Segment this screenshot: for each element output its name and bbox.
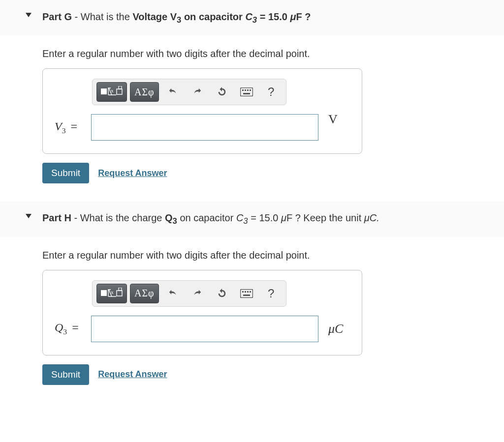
- actions-row: Submit Request Answer: [42, 364, 494, 385]
- svg-rect-3: [119, 86, 122, 89]
- svg-rect-4: [240, 88, 252, 96]
- svg-rect-7: [247, 89, 249, 91]
- svg-rect-13: [119, 288, 122, 291]
- part-h: Part H - What is the charge Q3 on capaci…: [0, 201, 504, 387]
- part-h-body: Enter a regular number with two digits a…: [0, 250, 504, 388]
- svg-rect-19: [243, 295, 250, 296]
- undo-button[interactable]: [162, 82, 184, 102]
- redo-button[interactable]: [187, 284, 208, 303]
- submit-button[interactable]: Submit: [42, 364, 89, 385]
- svg-rect-6: [245, 89, 246, 91]
- instructions-text: Enter a regular number with two digits a…: [42, 250, 494, 261]
- variable-label: V3 =: [55, 120, 84, 135]
- svg-text:x: x: [111, 289, 114, 295]
- svg-rect-18: [250, 291, 251, 293]
- svg-rect-14: [240, 289, 252, 297]
- keyboard-button[interactable]: [236, 82, 257, 102]
- part-label: Part H: [42, 212, 71, 223]
- answer-input[interactable]: [91, 114, 318, 141]
- svg-rect-8: [250, 89, 251, 91]
- undo-button[interactable]: [162, 284, 184, 303]
- answer-input[interactable]: [91, 316, 318, 342]
- svg-rect-15: [242, 291, 244, 293]
- answer-row: V3 = V: [55, 114, 350, 141]
- svg-rect-17: [247, 291, 249, 293]
- submit-button[interactable]: Submit: [42, 163, 89, 183]
- unit-label: μC: [328, 322, 350, 336]
- help-button[interactable]: ?: [260, 82, 282, 102]
- template-palette-button[interactable]: x: [96, 82, 127, 102]
- redo-button[interactable]: [187, 82, 208, 102]
- svg-rect-10: [101, 290, 107, 296]
- part-g-body: Enter a regular number with two digits a…: [0, 48, 504, 186]
- svg-text:x: x: [111, 88, 114, 93]
- request-answer-link[interactable]: Request Answer: [98, 168, 167, 178]
- svg-rect-0: [101, 88, 107, 94]
- collapse-caret-icon[interactable]: [26, 13, 32, 17]
- part-label: Part G: [42, 11, 72, 22]
- instructions-text: Enter a regular number with two digits a…: [42, 48, 494, 59]
- answer-box: x ΑΣφ: [42, 270, 362, 355]
- unit-label: V: [328, 112, 350, 127]
- answer-row: Q3 = μC: [55, 316, 350, 342]
- answer-box: x ΑΣφ: [42, 68, 362, 154]
- help-button[interactable]: ?: [260, 284, 282, 303]
- greek-palette-button[interactable]: ΑΣφ: [130, 82, 159, 102]
- svg-rect-9: [243, 93, 250, 94]
- template-palette-button[interactable]: x: [96, 284, 127, 303]
- actions-row: Submit Request Answer: [42, 163, 494, 183]
- part-g-header: Part G - What is the Voltage V3 on capac…: [0, 0, 504, 35]
- variable-label: Q3 =: [55, 321, 84, 336]
- svg-rect-2: [117, 89, 122, 94]
- part-h-title: Part H - What is the charge Q3 on capaci…: [42, 211, 494, 227]
- collapse-caret-icon[interactable]: [26, 214, 32, 218]
- request-answer-link[interactable]: Request Answer: [98, 369, 167, 380]
- svg-rect-12: [117, 291, 122, 296]
- equation-toolbar: x ΑΣφ: [92, 79, 286, 105]
- equation-toolbar: x ΑΣφ: [92, 280, 286, 307]
- svg-rect-16: [245, 291, 246, 293]
- reset-button[interactable]: [211, 284, 233, 303]
- part-h-header: Part H - What is the charge Q3 on capaci…: [0, 201, 504, 236]
- part-g: Part G - What is the Voltage V3 on capac…: [0, 0, 504, 186]
- part-g-title: Part G - What is the Voltage V3 on capac…: [42, 10, 494, 26]
- keyboard-button[interactable]: [236, 284, 257, 303]
- voltage-label: Voltage V3 on capacitor C3 = 15.0 μF ?: [132, 11, 311, 22]
- greek-palette-button[interactable]: ΑΣφ: [130, 284, 159, 303]
- charge-label: Q3: [165, 212, 177, 223]
- reset-button[interactable]: [211, 82, 233, 102]
- svg-rect-5: [242, 89, 244, 91]
